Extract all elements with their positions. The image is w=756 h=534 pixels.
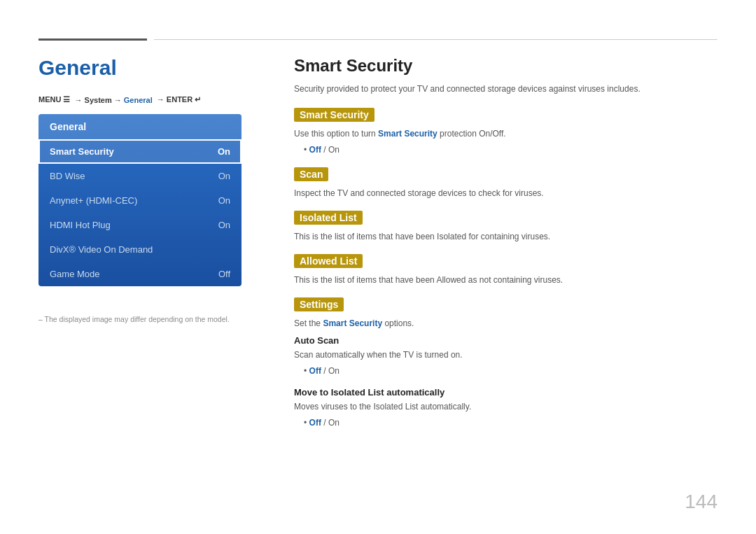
nav-item-value: On: [218, 171, 230, 181]
page-title: General: [38, 56, 241, 80]
section-allowed-list: Allowed List This is the list of items t…: [294, 254, 718, 286]
bullet-smart-security: Off / On: [304, 143, 718, 156]
section-title-allowed-list: Allowed List: [294, 254, 363, 268]
nav-item-label: Anynet+ (HDMI-CEC): [50, 195, 137, 206]
top-line-dark: [38, 38, 147, 41]
nav-item-smart-security[interactable]: Smart Security On: [38, 139, 241, 164]
section-smart-security: Smart Security Use this option to turn S…: [294, 108, 718, 156]
subsection-title-move-to-isolated: Move to Isolated List automatically: [294, 387, 718, 398]
section-desc-smart-security: Use this option to turn Smart Security p…: [294, 127, 718, 140]
menu-icon: MENU ☰: [38, 95, 70, 104]
nav-item-label: Smart Security: [50, 146, 114, 157]
nav-item-game-mode[interactable]: Game Mode Off: [38, 262, 241, 286]
nav-item-label: DivX® Video On Demand: [50, 244, 153, 255]
section-desc-scan: Inspect the TV and connected storage dev…: [294, 187, 718, 199]
nav-item-hdmi-hot-plug[interactable]: HDMI Hot Plug On: [38, 213, 241, 237]
section-desc-allowed-list: This is the list of items that have been…: [294, 274, 718, 286]
subsection-title-auto-scan: Auto Scan: [294, 335, 718, 346]
smart-security-link: Smart Security: [378, 129, 438, 139]
nav-item-label: Game Mode: [50, 269, 100, 279]
nav-item-label: BD Wise: [50, 171, 85, 181]
smart-security-link-settings: Smart Security: [323, 318, 382, 328]
nav-item-value: On: [218, 220, 230, 230]
menu-path: MENU ☰ → System → General → ENTER ↵: [38, 95, 241, 104]
section-isolated-list: Isolated List This is the list of items …: [294, 211, 718, 243]
nav-item-divx[interactable]: DivX® Video On Demand: [38, 237, 241, 262]
footnote: – The displayed image may differ dependi…: [38, 315, 230, 323]
general-breadcrumb: General: [124, 96, 153, 104]
subsection-auto-scan: Auto Scan Scan automatically when the TV…: [294, 335, 718, 377]
right-panel-title: Smart Security: [294, 56, 718, 76]
intro-text: Security provided to protect your TV and…: [294, 83, 718, 95]
left-panel: General MENU ☰ → System → General → ENTE…: [38, 56, 241, 286]
bullet-auto-scan: Off / On: [304, 365, 718, 377]
nav-item-value: Off: [218, 269, 230, 279]
nav-item-anynet[interactable]: Anynet+ (HDMI-CEC) On: [38, 188, 241, 213]
section-title-isolated-list: Isolated List: [294, 211, 363, 225]
nav-item-bd-wise[interactable]: BD Wise On: [38, 164, 241, 188]
nav-item-label: HDMI Hot Plug: [50, 220, 111, 230]
bullet-move-to-isolated: Off / On: [304, 416, 718, 429]
subsection-desc-auto-scan: Scan automatically when the TV is turned…: [294, 349, 718, 361]
right-panel: Smart Security Security provided to prot…: [294, 56, 718, 440]
section-title-settings: Settings: [294, 297, 344, 311]
subsection-desc-move-to-isolated: Moves viruses to the Isolated List autom…: [294, 400, 718, 413]
section-title-smart-security: Smart Security: [294, 108, 374, 122]
nav-item-value: On: [218, 195, 230, 206]
section-scan: Scan Inspect the TV and connected storag…: [294, 167, 718, 199]
section-settings: Settings Set the Smart Security options.…: [294, 297, 718, 429]
nav-box: General Smart Security On BD Wise On Any…: [38, 114, 241, 286]
top-line-light: [154, 39, 718, 40]
section-desc-isolated-list: This is the list of items that have been…: [294, 230, 718, 243]
subsection-move-to-isolated: Move to Isolated List automatically Move…: [294, 387, 718, 429]
top-decorative-lines: [38, 38, 718, 41]
nav-header: General: [38, 114, 241, 139]
section-desc-settings: Set the Smart Security options.: [294, 317, 718, 330]
nav-item-value: On: [218, 146, 230, 157]
section-title-scan: Scan: [294, 167, 328, 181]
page-number: 144: [685, 491, 718, 513]
